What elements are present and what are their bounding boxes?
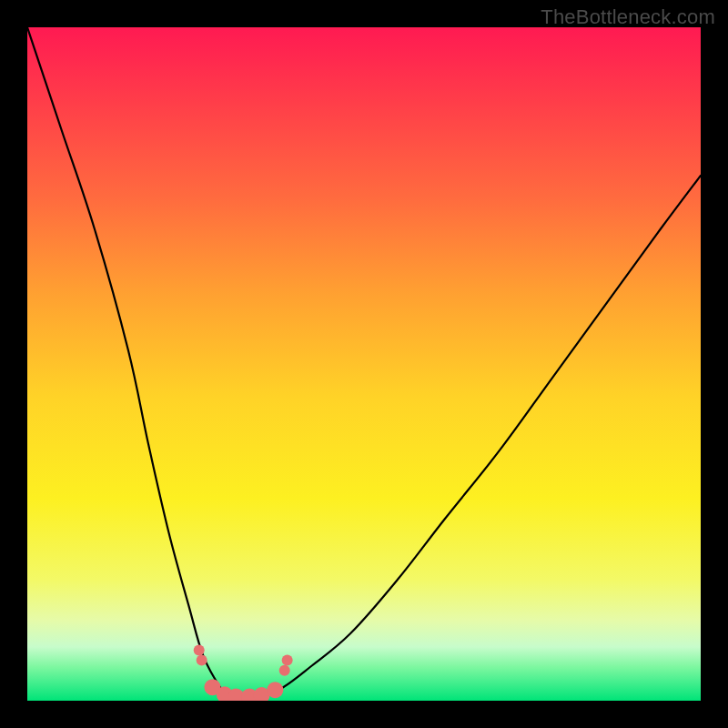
highlight-point	[282, 655, 293, 666]
chart-plot-area	[27, 27, 701, 701]
chart-svg	[27, 27, 701, 701]
highlight-point	[267, 682, 283, 698]
highlight-point	[197, 655, 207, 666]
watermark-text: TheBottleneck.com	[541, 5, 715, 29]
highlight-markers	[194, 645, 293, 702]
highlight-point	[194, 645, 205, 656]
bottleneck-curve	[27, 27, 701, 697]
highlight-point	[279, 665, 290, 676]
